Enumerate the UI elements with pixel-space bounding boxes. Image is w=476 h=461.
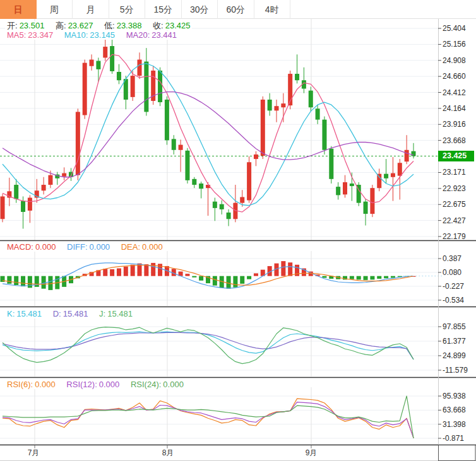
price-axis-label-4: 24.412 [443, 89, 466, 96]
close-value: 23.425 [165, 21, 191, 30]
kdj-axis-label-0: 97.855 [443, 323, 466, 330]
x-axis-label-july: 7月 [24, 448, 43, 458]
ma-header: MA5:23.347 MA10:23.145 MA20:23.441 [5, 31, 179, 40]
rsi-axis-label-0: 95.938 [443, 392, 466, 400]
macd-axis-label-2: -0.227 [443, 283, 464, 290]
tab-15min[interactable]: 15分 [145, 0, 182, 19]
d-value: 15.481 [63, 309, 88, 318]
dea-value: 0.000 [142, 242, 163, 252]
j-value: 15.481 [107, 309, 133, 318]
tabbar-filler [290, 0, 476, 18]
diff-value: 0.000 [90, 242, 110, 252]
low-label: 低: [104, 21, 115, 30]
trading-chart-window: 日 周 月 5分 15分 30分 60分 4时 开:23.501 高:23.62… [0, 0, 476, 461]
macd-axis-label-0: 0.387 [443, 255, 461, 262]
rsi24-value: 0.000 [163, 380, 184, 389]
ma5-label: MA5: [7, 30, 26, 40]
k-value: 15.481 [16, 309, 42, 318]
k-label: K: [7, 309, 15, 318]
low-value: 23.388 [117, 21, 142, 30]
open-label: 开: [7, 21, 18, 30]
rsi-axis-label-2: 31.398 [443, 421, 466, 428]
price-axis-label-7: 23.668 [443, 137, 466, 144]
kdj-axis-label-3: -11.579 [443, 366, 468, 374]
macd-axis-label-1: 0.080 [443, 269, 461, 276]
price-axis-label-0: 25.404 [443, 25, 466, 32]
ohlc-header: 开:23.501 高:23.627 低:23.388 收:23.425 [5, 21, 192, 30]
rsi6-label: RSI(6): [7, 380, 33, 389]
tab-day[interactable]: 日 [0, 0, 37, 19]
price-axis-label-10: 22.675 [443, 201, 466, 208]
x-axis-label-august: 8月 [158, 448, 177, 458]
tab-60min[interactable]: 60分 [218, 0, 254, 19]
diff-label: DIFF: [67, 242, 88, 252]
ma10-value: 23.145 [90, 30, 115, 40]
rsi-axis-label-1: 63.668 [443, 406, 466, 414]
price-axis-label-2: 24.908 [443, 57, 466, 64]
close-label: 收: [153, 21, 164, 30]
x-axis-label-september: 9月 [302, 448, 321, 458]
rsi-axis-label-3: -0.871 [443, 435, 464, 442]
tab-week[interactable]: 周 [37, 0, 73, 19]
rsi6-value: 0.000 [35, 380, 56, 389]
ma20-value: 23.441 [152, 30, 177, 40]
kdj-header: K:15.481 D:15.481 J:15.481 [5, 310, 134, 318]
timeframe-tabbar: 日 周 月 5分 15分 30分 60分 4时 [0, 0, 476, 19]
tab-4hour[interactable]: 4时 [254, 0, 291, 19]
j-label: J: [99, 309, 105, 318]
ma10-label: MA10: [64, 30, 88, 40]
open-value: 23.501 [20, 21, 45, 30]
price-axis-label-11: 22.427 [443, 217, 466, 225]
macd-label: MACD: [7, 242, 33, 252]
macd-value: 0.000 [35, 242, 56, 252]
kdj-axis-label-1: 61.377 [443, 337, 466, 345]
rsi12-value: 0.000 [99, 380, 120, 389]
tab-5min[interactable]: 5分 [109, 0, 146, 19]
macd-header: MACD:0.000 DIFF:0.000 DEA:0.000 [5, 243, 165, 252]
high-value: 23.627 [68, 21, 93, 30]
ma5-value: 23.347 [28, 30, 53, 40]
kdj-axis-label-2: 24.899 [443, 352, 466, 359]
rsi24-label: RSI(24): [131, 380, 161, 389]
current-price-badge: 23.425 [438, 151, 474, 161]
chart-canvas[interactable] [0, 0, 476, 461]
rsi-header: RSI(6):0.000 RSI(12):0.000 RSI(24):0.000 [5, 380, 186, 389]
price-axis-label-12: 22.179 [443, 233, 466, 240]
price-axis-label-8: 23.171 [443, 168, 466, 176]
tab-month[interactable]: 月 [73, 0, 109, 19]
price-axis-label-3: 24.660 [443, 73, 466, 80]
price-axis-label-5: 24.164 [443, 105, 466, 112]
high-label: 高: [56, 21, 66, 30]
macd-axis-label-3: -0.534 [443, 296, 464, 304]
d-label: D: [53, 309, 61, 318]
dea-label: DEA: [121, 242, 140, 252]
tab-30min[interactable]: 30分 [182, 0, 218, 19]
price-axis-label-9: 22.923 [443, 185, 466, 192]
price-axis-label-6: 23.916 [443, 120, 466, 128]
ma20-label: MA20: [126, 30, 150, 40]
rsi12-label: RSI(12): [66, 380, 97, 389]
price-axis-label-1: 25.156 [443, 40, 466, 48]
